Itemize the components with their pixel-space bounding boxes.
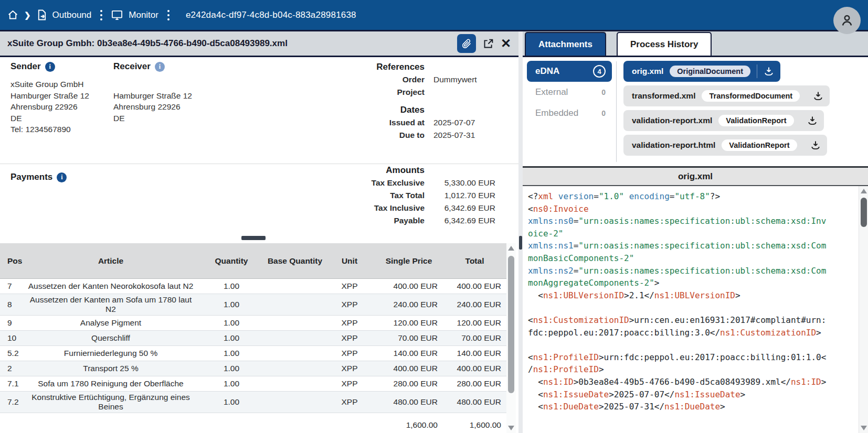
- receiver-address: Hamburger Straße 12Ahrensburg 22926DE: [113, 79, 192, 124]
- attachments-toggle-button[interactable]: [457, 34, 476, 53]
- tab-attachments[interactable]: Attachments: [525, 32, 606, 56]
- cell-total: 400.00 EUR: [443, 364, 506, 373]
- category-embedded[interactable]: Embedded0: [527, 103, 612, 124]
- cell-price: 1,600.00: [375, 420, 443, 430]
- category-label: External: [535, 87, 568, 98]
- category-count-badge: 4: [593, 65, 606, 78]
- attachment-categories: eDNA4External0Embedded0: [527, 61, 612, 124]
- meta-label: Issued at: [346, 117, 425, 128]
- cell-art: Querschliff: [24, 333, 197, 343]
- table-scrollbar[interactable]: [506, 243, 516, 433]
- chip-separator: [757, 64, 757, 78]
- attachment-chip[interactable]: validation-report.xmlValidationReport: [623, 110, 824, 131]
- cell-qty: 1.00: [197, 397, 266, 407]
- payments-heading: Payments: [10, 172, 52, 182]
- cell-art: Analyse Pigment: [24, 318, 197, 328]
- download-icon[interactable]: [810, 140, 821, 150]
- receiver-info-icon[interactable]: i: [155, 62, 165, 72]
- table-row[interactable]: 7Aussetzen der Kanten Neorokokosofa laut…: [0, 279, 506, 294]
- attachments-body: eDNA4External0Embedded0 orig.xmlOriginal…: [523, 57, 868, 433]
- table-row[interactable]: 10Querschliff1.00XPP70.00 EUR70.00 EUR: [0, 331, 506, 346]
- open-external-icon[interactable]: [483, 38, 494, 49]
- address-line: xSuite Group GmbH: [10, 79, 89, 90]
- scrollbar-thumb[interactable]: [508, 256, 514, 393]
- cell-price: 480.00 EUR: [375, 397, 443, 407]
- cell-qty: 1.00: [197, 333, 266, 343]
- chip-separator: [800, 114, 801, 127]
- meta-value: 6,342.69 EUR: [433, 202, 495, 213]
- xml-line: <ns0:Invoice: [528, 203, 830, 215]
- address-line: [113, 79, 192, 90]
- scrollbar-thumb[interactable]: [861, 198, 867, 227]
- cell-art: Aussetzen der Kanten Neorokokosofa laut …: [24, 282, 197, 291]
- close-document-icon[interactable]: ✕: [501, 37, 511, 50]
- cell-unit: XPP: [324, 318, 375, 328]
- home-icon[interactable]: [7, 9, 18, 20]
- xml-viewer-header: orig.xml: [523, 166, 868, 186]
- meta-row: Tax Total1,012.70 EUR: [346, 190, 495, 201]
- tab-process-history[interactable]: Process History: [617, 32, 712, 56]
- breadcrumb: ❯ Outbound Monitor e242da4c-df97-4c8d-b0…: [7, 9, 356, 20]
- table-row[interactable]: 9Analyse Pigment1.00XPP120.00 EUR120.00 …: [0, 316, 506, 331]
- user-avatar[interactable]: [833, 7, 861, 34]
- download-icon[interactable]: [764, 66, 774, 77]
- cell-price: 400.00 EUR: [375, 364, 443, 373]
- xml-line: [528, 301, 830, 314]
- panel-splitter-handle[interactable]: [519, 236, 522, 250]
- table-row[interactable]: 2Transport 25 %1.00XPP400.00 EUR400.00 E…: [0, 361, 506, 376]
- file-type-badge: ValidationReport: [718, 115, 793, 126]
- cell-price: 140.00 EUR: [375, 349, 443, 358]
- cell-unit: XPP: [324, 300, 375, 309]
- breadcrumb-outbound[interactable]: Outbound: [52, 10, 92, 20]
- chip-separator: [803, 138, 804, 152]
- attachment-chip[interactable]: validation-report.htmlValidationReport: [623, 135, 827, 156]
- scroll-up-icon[interactable]: [508, 246, 514, 251]
- cell-qty: 1.00: [197, 349, 266, 358]
- meta-row: Payable6,342.69 EUR: [346, 215, 495, 226]
- xml-viewer: <?xml version="1.0" encoding="utf-8"?><n…: [523, 186, 868, 433]
- scroll-down-icon[interactable]: [508, 426, 514, 430]
- category-edna[interactable]: eDNA4: [527, 61, 612, 82]
- monitor-menu-kebab-icon[interactable]: [164, 10, 173, 20]
- download-icon[interactable]: [807, 115, 818, 126]
- meta-value: 2025-07-31: [433, 129, 495, 140]
- outbound-document-icon: [37, 9, 47, 20]
- file-name: orig.xml: [632, 67, 663, 76]
- cell-price: 240.00 EUR: [375, 300, 443, 309]
- table-row[interactable]: 8Aussetzen der Kanten am Sofa um 1780 la…: [0, 294, 506, 316]
- attachment-files: orig.xmlOriginalDocumenttransformed.xmlT…: [623, 61, 830, 156]
- cell-qty: 1.00: [197, 282, 266, 291]
- xml-scrollbar[interactable]: [859, 186, 868, 433]
- scroll-down-icon[interactable]: [861, 426, 867, 430]
- attachments-panel: AttachmentsProcess History eDNA4External…: [523, 31, 868, 433]
- cell-pos: 10: [0, 333, 24, 343]
- cell-total: 480.00 EUR: [443, 397, 506, 407]
- scroll-up-icon[interactable]: [861, 189, 867, 193]
- attachment-chip[interactable]: transformed.xmlTransformedDocument: [623, 85, 830, 106]
- table-row[interactable]: 7.2Konstruktive Ertüchtigung, Ergänzung …: [0, 392, 506, 413]
- table-resize-handle[interactable]: [241, 236, 266, 240]
- cell-unit: XPP: [324, 349, 375, 358]
- cell-price: 400.00 EUR: [375, 282, 443, 291]
- chevron-right-icon: ❯: [24, 10, 31, 20]
- xml-line: <ns1:IssueDate>2025-07-07</ns1:IssueDate…: [528, 388, 830, 401]
- download-icon[interactable]: [813, 91, 823, 101]
- outbound-menu-kebab-icon[interactable]: [97, 10, 105, 20]
- table-row[interactable]: 1,600.001,600.00: [0, 413, 506, 431]
- category-external[interactable]: External0: [527, 82, 612, 103]
- address-line: Hamburger Straße 12: [10, 90, 89, 102]
- table-row[interactable]: 7.1Sofa um 1780 Reinigung der Oberfläche…: [0, 376, 506, 392]
- meta-row: Issued at2025-07-07: [346, 117, 495, 128]
- file-name: validation-report.html: [632, 140, 715, 150]
- payments-info-icon[interactable]: i: [57, 172, 67, 182]
- breadcrumb-monitor[interactable]: Monitor: [129, 10, 158, 20]
- table-row[interactable]: 5.2Furnierniederlegung 50 %1.00XPP140.00…: [0, 346, 506, 361]
- category-count-badge: 0: [601, 109, 606, 117]
- address-line: Ahrensburg 22926: [113, 101, 192, 113]
- meta-value: 6,342.69 EUR: [433, 215, 495, 226]
- panel-splitter[interactable]: [518, 31, 523, 433]
- paperclip-icon: [461, 38, 472, 49]
- sender-info-icon[interactable]: i: [45, 62, 55, 72]
- attachment-chip[interactable]: orig.xmlOriginalDocument: [623, 61, 780, 82]
- column-header: Article: [24, 256, 197, 266]
